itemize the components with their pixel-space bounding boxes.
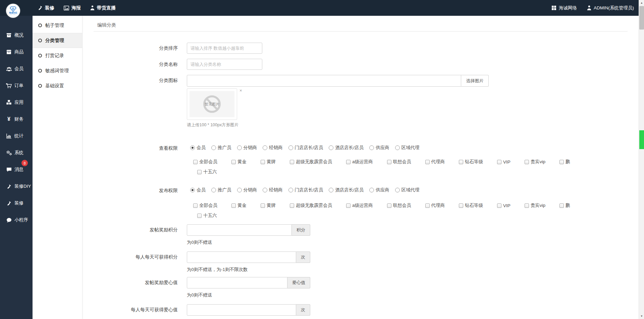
checkbox-option[interactable]: VIP	[497, 160, 511, 165]
sidebar-item[interactable]: 统计	[0, 128, 33, 144]
checkbox-icon[interactable]	[387, 160, 391, 164]
sidebar-item[interactable]: ¥ 财务	[0, 111, 33, 128]
sort-input[interactable]	[187, 43, 262, 54]
checkbox-icon[interactable]	[559, 160, 564, 164]
sidebar-item[interactable]: 装修	[0, 195, 33, 212]
checkbox-icon[interactable]	[197, 170, 202, 174]
checkbox-icon[interactable]	[497, 160, 501, 164]
checkbox-option[interactable]: 十五六	[197, 169, 217, 175]
checkbox-option[interactable]: 十五六	[197, 213, 217, 219]
checkbox-icon[interactable]	[193, 160, 198, 164]
sidebar-item[interactable]: 消息 8	[0, 161, 33, 178]
radio-option[interactable]: 供应商	[369, 187, 389, 193]
checkbox-option[interactable]: 鹏	[559, 202, 570, 209]
sidebar-item[interactable]: 商品	[0, 44, 33, 60]
checkbox-option[interactable]: 全部会员	[193, 159, 217, 165]
close-icon[interactable]: ×	[239, 88, 242, 93]
radio-option[interactable]: 门店店长/店员	[288, 145, 323, 151]
sidebar-item[interactable]: 概况	[0, 27, 33, 44]
radio-option[interactable]: 供应商	[369, 145, 389, 151]
checkbox-icon[interactable]	[459, 160, 463, 164]
checkbox-option[interactable]: 代理商	[425, 202, 445, 209]
submenu-item[interactable]: 分类管理	[33, 33, 82, 48]
checkbox-option[interactable]: 钻石等级	[459, 159, 483, 165]
image-preview-box[interactable]: 暂无图片	[187, 88, 237, 120]
radio-icon[interactable]	[263, 145, 267, 150]
name-input[interactable]	[187, 59, 262, 70]
submenu-item[interactable]: 帖子管理	[33, 18, 82, 33]
checkbox-option[interactable]: 超级无敌霹雳会员	[290, 202, 332, 209]
checkbox-option[interactable]: 联想会员	[387, 202, 411, 209]
topbar-right-item[interactable]: ADMIN(系统管理员)	[587, 5, 634, 11]
checkbox-option[interactable]: 贵宾vip	[525, 159, 545, 165]
checkbox-option[interactable]: a级运营商	[346, 159, 373, 165]
checkbox-option[interactable]: 代理商	[425, 159, 445, 165]
radio-option[interactable]: 会员	[190, 187, 206, 193]
checkbox-option[interactable]: 联想会员	[387, 159, 411, 165]
app-logo[interactable]: 海诚世纪 NETHC	[6, 4, 20, 18]
checkbox-icon[interactable]	[290, 203, 294, 208]
sidebar-item[interactable]: 应用	[0, 94, 33, 111]
radio-option[interactable]: 会员	[190, 145, 206, 151]
submenu-item[interactable]: 打赏记录	[33, 48, 82, 63]
topbar-right-item[interactable]: 海诚网络	[551, 5, 577, 11]
radio-icon[interactable]	[329, 188, 333, 192]
checkbox-option[interactable]: 黄牌	[261, 159, 276, 165]
checkbox-icon[interactable]	[425, 160, 430, 164]
checkbox-icon[interactable]	[459, 203, 463, 208]
checkbox-option[interactable]: 钻石等级	[459, 202, 483, 209]
radio-option[interactable]: 分销商	[237, 145, 257, 151]
checkbox-icon[interactable]	[290, 160, 294, 164]
radio-icon[interactable]	[211, 188, 216, 192]
radio-option[interactable]: 门店店长/店员	[288, 187, 323, 193]
radio-icon[interactable]	[369, 145, 374, 150]
checkbox-icon[interactable]	[559, 203, 564, 208]
vertical-scrollbar[interactable]: ▲ ▼	[639, 0, 644, 319]
radio-option[interactable]: 酒店店长/店员	[329, 187, 364, 193]
checkbox-option[interactable]: 贵宾vip	[525, 202, 545, 209]
icon-url-input[interactable]	[187, 75, 461, 87]
radio-icon[interactable]	[190, 145, 195, 150]
radio-icon[interactable]	[211, 145, 216, 150]
radio-option[interactable]: 酒店店长/店员	[329, 145, 364, 151]
checkbox-icon[interactable]	[193, 203, 198, 208]
checkbox-icon[interactable]	[497, 203, 501, 208]
topbar-menu-item[interactable]: 带货直播	[90, 5, 116, 11]
checkbox-option[interactable]: 全部会员	[193, 202, 217, 209]
checkbox-icon[interactable]	[525, 160, 529, 164]
submenu-item[interactable]: 基础设置	[33, 78, 82, 93]
radio-option[interactable]: 经销商	[263, 145, 283, 151]
radio-icon[interactable]	[288, 145, 293, 150]
sidebar-item[interactable]: 订单	[0, 77, 33, 94]
radio-option[interactable]: 区域代理	[395, 145, 420, 151]
radio-icon[interactable]	[237, 188, 242, 192]
checkbox-icon[interactable]	[425, 203, 430, 208]
reward-points-input[interactable]	[187, 224, 292, 236]
scrollbar-green-indicator[interactable]	[639, 130, 644, 149]
radio-icon[interactable]	[395, 145, 400, 150]
radio-icon[interactable]	[237, 145, 242, 150]
checkbox-option[interactable]: VIP	[497, 203, 511, 208]
checkbox-option[interactable]: 黄牌	[261, 202, 276, 209]
checkbox-option[interactable]: 黄金	[231, 202, 247, 209]
checkbox-icon[interactable]	[346, 203, 351, 208]
sidebar-item[interactable]: 小程序	[0, 212, 33, 228]
checkbox-icon[interactable]	[525, 203, 529, 208]
checkbox-icon[interactable]	[387, 203, 391, 208]
sidebar-item[interactable]: 会员	[0, 60, 33, 77]
sidebar-item[interactable]: 系统	[0, 144, 33, 161]
radio-icon[interactable]	[369, 188, 374, 192]
scroll-up-icon[interactable]: ▲	[639, 0, 644, 6]
checkbox-icon[interactable]	[261, 203, 265, 208]
checkbox-icon[interactable]	[346, 160, 351, 164]
pick-image-button[interactable]: 选择图片	[461, 75, 489, 87]
reward-love-input[interactable]	[187, 277, 287, 288]
submenu-item[interactable]: 敏感词管理	[33, 63, 82, 78]
radio-option[interactable]: 推广员	[211, 145, 231, 151]
checkbox-icon[interactable]	[197, 214, 202, 218]
daily-points-input[interactable]	[187, 252, 296, 263]
radio-icon[interactable]	[288, 188, 293, 192]
checkbox-option[interactable]: 超级无敌霹雳会员	[290, 159, 332, 165]
daily-love-input[interactable]	[187, 304, 296, 316]
sidebar-item[interactable]: 装修DIY	[0, 178, 33, 195]
